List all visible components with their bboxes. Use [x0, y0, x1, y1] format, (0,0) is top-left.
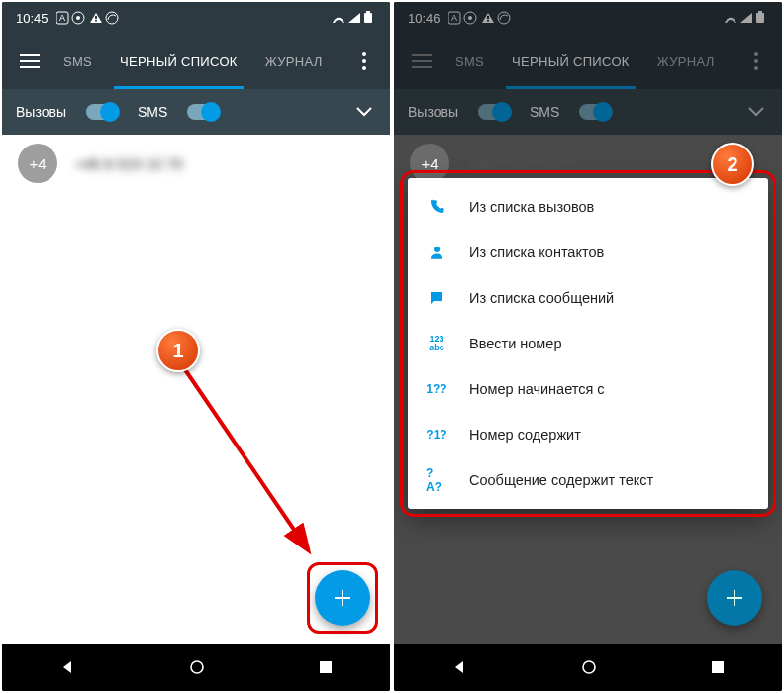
- filter-sms-label: SMS: [530, 104, 559, 120]
- wifi-icon: [333, 18, 344, 23]
- avatar: +4: [410, 144, 449, 183]
- menu-from-contacts[interactable]: Из списка контактов: [408, 230, 768, 275]
- annotation-badge-1: 1: [156, 329, 200, 372]
- add-button-fab[interactable]: [315, 570, 370, 626]
- recents-icon: [711, 660, 725, 674]
- overflow-menu[interactable]: [738, 52, 774, 70]
- nav-bar: [2, 644, 390, 691]
- menu-enter-number[interactable]: 123 abc Ввести номер: [408, 321, 768, 366]
- svg-rect-5: [95, 20, 97, 22]
- tab-blacklist[interactable]: ЧЕРНЫЙ СПИСОК: [106, 34, 251, 89]
- tab-bar: SMS ЧЕРНЫЙ СПИСОК ЖУРНАЛ Р: [49, 34, 346, 89]
- expand-button[interactable]: [748, 104, 768, 120]
- chevron-down-icon: [356, 107, 372, 117]
- blocked-number-row[interactable]: +4 +46 8 523 10 70: [2, 135, 390, 192]
- menu-starts-with[interactable]: 1?? Номер начинается с: [408, 366, 768, 412]
- menu-label: Номер начинается с: [469, 381, 605, 397]
- nav-back[interactable]: [59, 659, 75, 675]
- overflow-menu[interactable]: [346, 52, 382, 70]
- nav-back[interactable]: [451, 659, 467, 675]
- hamburger-menu[interactable]: [10, 42, 49, 81]
- menu-from-messages[interactable]: Из списка сообщений: [408, 275, 768, 321]
- nav-bar: [394, 644, 782, 691]
- hamburger-icon: [20, 54, 40, 68]
- svg-point-33: [754, 66, 758, 70]
- svg-rect-4: [95, 16, 97, 19]
- menu-contains[interactable]: ?1? Номер содержит: [408, 412, 768, 457]
- menu-from-calls[interactable]: Из списка вызовов: [408, 184, 768, 230]
- expand-button[interactable]: [356, 104, 376, 120]
- text-contains-icon: ?A?: [426, 466, 447, 494]
- menu-label: Ввести номер: [469, 336, 561, 351]
- svg-rect-27: [758, 11, 762, 13]
- svg-line-16: [184, 368, 307, 548]
- nav-recents[interactable]: [711, 660, 725, 674]
- starts-with-icon: 1??: [426, 382, 447, 396]
- status-bar: 10:45 A: [2, 2, 390, 34]
- signal-icon: [348, 13, 360, 23]
- tab-sms[interactable]: SMS: [441, 34, 498, 89]
- clock: 10:45: [16, 11, 49, 26]
- svg-point-32: [754, 59, 758, 63]
- add-button-fab[interactable]: [707, 570, 762, 626]
- svg-rect-24: [487, 20, 489, 22]
- tab-p-partial[interactable]: Р: [337, 34, 346, 89]
- svg-point-17: [191, 661, 203, 673]
- back-icon: [451, 659, 467, 675]
- phone-icon: [426, 198, 447, 216]
- hamburger-menu[interactable]: [402, 42, 441, 81]
- tab-p-partial[interactable]: Р: [729, 34, 738, 89]
- svg-point-13: [362, 66, 366, 70]
- nav-recents[interactable]: [319, 660, 333, 674]
- contains-icon: ?1?: [426, 428, 447, 442]
- tab-journal[interactable]: ЖУРНАЛ: [251, 34, 337, 89]
- svg-rect-26: [756, 13, 764, 23]
- content-area: +4 +46 8 523 10 70 1: [2, 135, 390, 644]
- person-icon: [426, 244, 447, 261]
- toggle-calls[interactable]: [86, 104, 118, 120]
- menu-message-contains[interactable]: ?A? Сообщение содержит текст: [408, 457, 768, 503]
- battery-icon: [364, 13, 372, 23]
- menu-label: Из списка контактов: [469, 245, 604, 260]
- toggle-sms[interactable]: [187, 104, 219, 120]
- keypad-icon: 123 abc: [426, 335, 447, 352]
- tab-journal[interactable]: ЖУРНАЛ: [643, 34, 729, 89]
- more-vert-icon: [754, 52, 758, 70]
- phone-right: 10:46 A SMS ЧЕРНЫЙ СПИСОК ЖУРНАЛ Р: [394, 2, 782, 691]
- annotation-arrow: [176, 360, 335, 568]
- app-bar: SMS ЧЕРНЫЙ СПИСОК ЖУРНАЛ Р: [2, 34, 390, 89]
- plus-icon: [332, 587, 353, 609]
- blocked-number-label: +46 8 523 10 70: [75, 155, 183, 172]
- clock: 10:46: [408, 11, 441, 26]
- toggle-sms[interactable]: [579, 104, 611, 120]
- chevron-down-icon: [748, 107, 764, 117]
- svg-point-37: [583, 661, 595, 673]
- svg-point-25: [498, 12, 510, 24]
- menu-label: Номер содержит: [469, 427, 581, 443]
- blocked-number-label: +46 8 523 10 70: [467, 155, 575, 172]
- nav-home[interactable]: [581, 659, 597, 675]
- tab-blacklist[interactable]: ЧЕРНЫЙ СПИСОК: [498, 34, 643, 89]
- filter-bar: Вызовы SMS: [2, 89, 390, 135]
- message-icon: [426, 289, 447, 307]
- toggle-calls[interactable]: [478, 104, 510, 120]
- filter-calls-label: Вызовы: [408, 104, 458, 120]
- svg-point-6: [106, 12, 118, 24]
- svg-point-11: [362, 52, 366, 56]
- svg-rect-38: [712, 661, 724, 673]
- hamburger-icon: [412, 54, 432, 68]
- content-area: +4 +46 8 523 10 70 Из списка вызовов Из …: [394, 135, 782, 644]
- svg-point-12: [362, 59, 366, 63]
- avatar: +4: [18, 144, 57, 183]
- filter-bar: Вызовы SMS: [394, 89, 782, 135]
- svg-text:A: A: [59, 13, 65, 23]
- app-bar: SMS ЧЕРНЫЙ СПИСОК ЖУРНАЛ Р: [394, 34, 782, 89]
- plus-icon: [724, 587, 745, 609]
- svg-rect-18: [320, 661, 332, 673]
- tab-sms[interactable]: SMS: [49, 34, 106, 89]
- nav-home[interactable]: [189, 659, 205, 675]
- svg-point-31: [754, 52, 758, 56]
- menu-label: Сообщение содержит текст: [469, 472, 653, 488]
- svg-point-3: [76, 16, 80, 20]
- menu-label: Из списка сообщений: [469, 290, 614, 306]
